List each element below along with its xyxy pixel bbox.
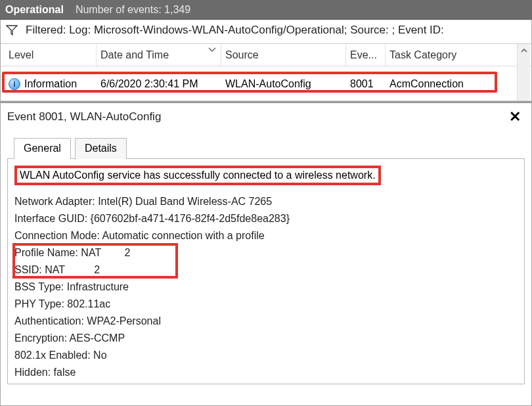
event-properties: Network Adapter: Intel(R) Dual Band Wire… [14, 193, 518, 381]
prop-profile: Profile Name: NAT 2 [14, 244, 518, 261]
event-row[interactable]: i Information 6/6/2020 2:30:41 PM WLAN-A… [1, 73, 531, 95]
prop-bss: BSS Type: Infrastructure [14, 279, 518, 296]
cell-source: WLAN-AutoConfig [221, 78, 346, 90]
tab-details[interactable]: Details [75, 138, 127, 159]
main-frame: Filtered: Log: Microsoft-Windows-WLAN-Au… [0, 20, 532, 406]
filter-text: Filtered: Log: Microsoft-Windows-WLAN-Au… [26, 24, 444, 37]
event-grid: Level Date and Time Source Eve... Task C… [1, 43, 531, 101]
grid-header: Level Date and Time Source Eve... Task C… [1, 44, 531, 66]
col-source[interactable]: Source [221, 44, 346, 66]
detail-body: WLAN AutoConfig service has successfully… [7, 159, 525, 384]
filter-bar: Filtered: Log: Microsoft-Windows-WLAN-Au… [1, 20, 531, 43]
cell-eventid: 8001 [346, 78, 386, 90]
scroll-up-icon[interactable] [519, 45, 529, 56]
highlight-message-annotation: WLAN AutoConfig service has successfully… [14, 166, 381, 185]
prop-ssid: SSID: NAT 2 [14, 261, 518, 279]
funnel-icon[interactable] [5, 24, 19, 36]
prop-hidden: Hidden: false [14, 364, 518, 381]
prop-dot1x: 802.1x Enabled: No [14, 347, 518, 364]
detail-pane: Event 8001, WLAN-AutoConfig ✕ General De… [1, 101, 531, 384]
prop-guid: Interface GUID: {607602bf-a471-4176-82f4… [14, 210, 518, 227]
cell-category: AcmConnection [386, 78, 491, 90]
close-icon[interactable]: ✕ [505, 108, 525, 125]
col-eventid[interactable]: Eve... [346, 44, 386, 66]
tab-general[interactable]: General [14, 138, 71, 159]
detail-title: Event 8001, WLAN-AutoConfig [7, 110, 161, 124]
event-count: Number of events: 1,349 [76, 4, 190, 16]
info-icon: i [9, 78, 20, 90]
cell-datetime: 6/6/2020 2:30:41 PM [97, 78, 221, 90]
prop-auth: Authentication: WPA2-Personal [14, 313, 518, 330]
svg-marker-0 [7, 26, 17, 35]
vertical-scrollbar[interactable] [517, 44, 530, 101]
sort-caret-icon [208, 43, 217, 50]
prop-phy: PHY Type: 802.11ac [14, 296, 518, 313]
prop-mode: Connection Mode: Automatic connection wi… [14, 227, 518, 244]
col-level[interactable]: Level [5, 44, 97, 66]
col-category[interactable]: Task Category [386, 44, 491, 66]
prop-adapter: Network Adapter: Intel(R) Dual Band Wire… [14, 193, 518, 210]
event-message: WLAN AutoConfig service has successfully… [20, 169, 376, 181]
log-title: Operational [5, 4, 64, 16]
header-bar: Operational Number of events: 1,349 [0, 0, 532, 20]
tab-strip: General Details [7, 137, 525, 159]
prop-enc: Encryption: AES-CCMP [14, 330, 518, 347]
cell-level: i Information [5, 78, 97, 90]
col-datetime[interactable]: Date and Time [97, 44, 221, 66]
